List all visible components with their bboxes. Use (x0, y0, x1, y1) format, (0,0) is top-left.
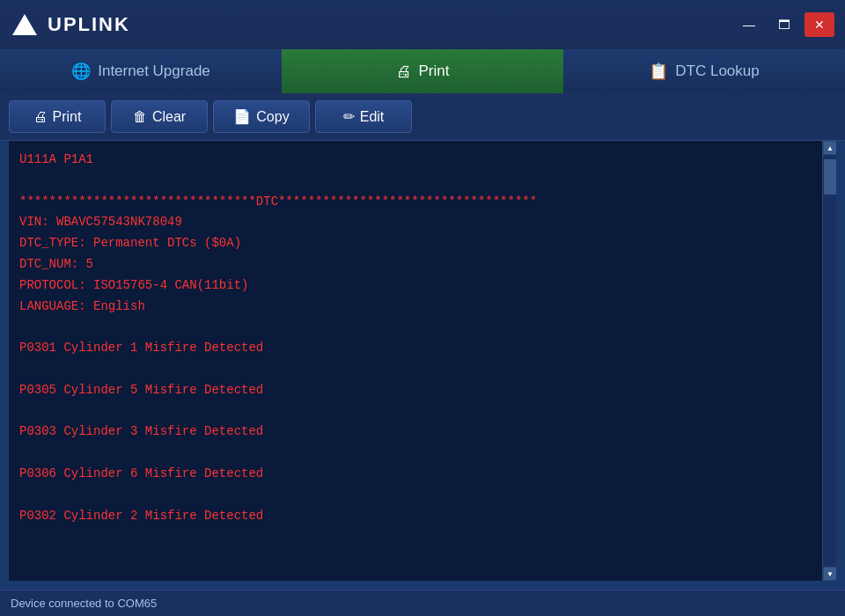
blank-line (19, 485, 812, 506)
info-line: DTC_TYPE: Permanent DTCs ($0A) (19, 233, 812, 254)
blank-line (19, 359, 812, 380)
scroll-track (823, 155, 836, 567)
print-button[interactable]: 🖨 Print (9, 100, 106, 133)
svg-marker-0 (12, 14, 37, 35)
scroll-down-button[interactable]: ▼ (823, 567, 836, 581)
print-icon: 🖨 (33, 109, 48, 125)
tab-print-label: Print (419, 62, 450, 80)
dtc-line: P0305 Cylinder 5 Misfire Detected (19, 380, 812, 401)
tab-internet-upgrade[interactable]: 🌐 Internet Upgrade (0, 49, 282, 93)
edit-button[interactable]: ✏ Edit (315, 100, 412, 133)
internet-upgrade-icon: 🌐 (71, 62, 91, 81)
copy-button[interactable]: 📄 Copy (213, 100, 310, 133)
scroll-up-button[interactable]: ▲ (823, 141, 836, 155)
maximize-button[interactable]: 🗖 (769, 12, 799, 37)
edit-label: Edit (360, 109, 385, 125)
dtc-line: P0306 Cylinder 6 Misfire Detected (19, 464, 812, 485)
info-line: DTC_NUM: 5 (19, 254, 812, 275)
scrollbar[interactable]: ▲ ▼ (822, 141, 836, 581)
close-button[interactable]: ✕ (805, 12, 834, 37)
clear-icon: 🗑 (133, 109, 147, 125)
dtc-line: P0302 Cylinder 2 Misfire Detected (19, 506, 812, 527)
status-text: Device connected to COM65 (11, 597, 157, 610)
tab-dtc-lookup[interactable]: 📋 DTC Lookup (563, 49, 845, 93)
blank-line (19, 317, 812, 338)
info-line: VIN: WBAVC57543NK78049 (19, 212, 812, 233)
status-bar: Device connected to COM65 (0, 590, 845, 616)
copy-icon: 📄 (233, 108, 251, 125)
tab-internet-upgrade-label: Internet Upgrade (98, 62, 210, 80)
toolbar: 🖨 Print 🗑 Clear 📄 Copy ✏ Edit (0, 93, 845, 141)
logo-icon (11, 11, 39, 39)
tab-print[interactable]: 🖨 Print (282, 49, 563, 93)
clear-button[interactable]: 🗑 Clear (111, 100, 208, 133)
window-controls: — 🗖 ✕ (734, 12, 834, 37)
dtc-lookup-icon: 📋 (649, 62, 668, 81)
info-line: ********************************DTC*****… (19, 192, 812, 213)
tab-dtc-lookup-label: DTC Lookup (675, 62, 759, 80)
clear-label: Clear (152, 109, 186, 125)
info-line: U111A P1A1 (19, 150, 812, 171)
nav-tabs: 🌐 Internet Upgrade 🖨 Print 📋 DTC Lookup (0, 49, 845, 93)
copy-label: Copy (256, 109, 289, 125)
dtc-line: P0301 Cylinder 1 Misfire Detected (19, 338, 812, 359)
title-bar-left: UPLINK (11, 11, 130, 39)
print-tab-icon: 🖨 (396, 62, 412, 81)
blank-line (19, 401, 812, 422)
blank-line (19, 443, 812, 464)
content-area: U111A P1A1******************************… (9, 141, 836, 581)
scroll-thumb[interactable] (824, 159, 836, 194)
blank-line (19, 171, 812, 192)
print-label: Print (53, 109, 82, 125)
info-line: LANGUAGE: English (19, 297, 812, 318)
info-line: PROTOCOL: ISO15765-4 CAN(11bit) (19, 275, 812, 297)
text-display[interactable]: U111A P1A1******************************… (9, 141, 822, 581)
title-bar: UPLINK — 🗖 ✕ (0, 0, 845, 49)
dtc-line: P0303 Cylinder 3 Misfire Detected (19, 422, 812, 443)
app-title: UPLINK (48, 13, 130, 36)
minimize-button[interactable]: — (734, 12, 764, 37)
edit-icon: ✏ (343, 108, 355, 125)
